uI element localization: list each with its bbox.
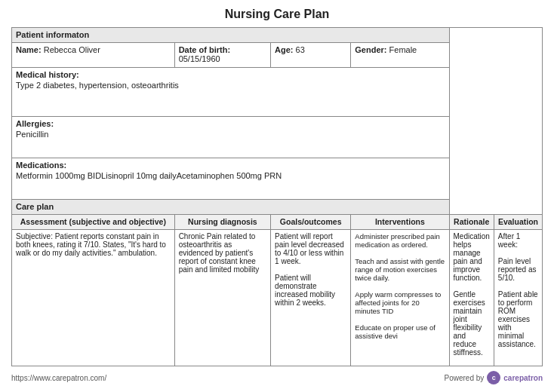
rationale-cell: Medication helps manage pain and improve… (449, 229, 494, 366)
allergies-cell: Allergies: Penicillin (12, 116, 450, 158)
nursing-diagnosis-cell: Chronic Pain related to osteoarthritis a… (174, 229, 270, 366)
patient-dob-value: 05/15/1960 (179, 54, 220, 63)
evaluation-cell: After 1 week: Pain level reported as 5/1… (494, 229, 542, 366)
patient-age-value: 63 (296, 45, 305, 54)
footer: https://www.carepatron.com/ Powered by c… (11, 371, 543, 384)
allergies-label: Allergies: (16, 119, 445, 128)
care-plan-header-row: Care plan (12, 199, 543, 214)
patient-name-cell: Name: Rebecca Oliver (12, 43, 175, 68)
assessment-cell: Subjective: Patient reports constant pai… (12, 229, 175, 366)
patient-dob-cell: Date of birth: 05/15/1960 (174, 43, 270, 68)
nursing-care-plan-table: Patient informaton Name: Rebecca Oliver … (11, 27, 543, 366)
col-header-nursing-diagnosis: Nursing diagnosis (174, 214, 270, 229)
care-plan-col-headers: Assessment (subjective and objective) Nu… (12, 214, 543, 229)
allergies-row: Allergies: Penicillin (12, 116, 543, 158)
goals-cell: Patient will report pain level decreased… (271, 229, 351, 366)
carepatron-icon: c (487, 371, 500, 384)
carepatron-logo: Powered by c carepatron (445, 371, 543, 384)
col-header-interventions: Interventions (351, 214, 449, 229)
care-plan-data-row: Subjective: Patient reports constant pai… (12, 229, 543, 366)
medical-history-label: Medical history: (16, 70, 445, 79)
age-label: Age: (275, 45, 293, 54)
carepatron-brand: carepatron (503, 374, 543, 382)
col-header-evaluation: Evaluation (494, 214, 542, 229)
patient-basic-info-row: Name: Rebecca Oliver Date of birth: 05/1… (12, 43, 543, 68)
patient-gender-value: Female (389, 45, 417, 54)
patient-info-header-row: Patient informaton (12, 28, 543, 43)
medical-history-value: Type 2 diabetes, hypertension, osteoarth… (16, 81, 445, 90)
medications-row: Medications: Metformin 1000mg BIDLisinop… (12, 158, 543, 199)
page-title: Nursing Care Plan (11, 8, 543, 21)
medications-value: Metformin 1000mg BIDLisinopril 10mg dail… (16, 171, 445, 180)
col-header-rationale: Rationale (449, 214, 494, 229)
page: Nursing Care Plan Patient informaton Nam… (0, 0, 554, 392)
medications-cell: Medications: Metformin 1000mg BIDLisinop… (12, 158, 450, 199)
patient-name-value: Rebecca Oliver (44, 45, 100, 54)
gender-label: Gender: (355, 45, 386, 54)
allergies-value: Penicillin (16, 130, 445, 139)
patient-info-section-header: Patient informaton (12, 28, 450, 43)
interventions-cell: Administer prescribed pain medication as… (351, 229, 449, 366)
col-header-assessment: Assessment (subjective and objective) (12, 214, 175, 229)
footer-url[interactable]: https://www.carepatron.com/ (11, 374, 106, 382)
patient-gender-cell: Gender: Female (351, 43, 449, 68)
medical-history-cell: Medical history: Type 2 diabetes, hypert… (12, 67, 450, 116)
powered-by-text: Powered by (445, 374, 485, 382)
name-label: Name: (16, 45, 42, 54)
care-plan-section-header: Care plan (12, 199, 450, 214)
medications-label: Medications: (16, 161, 445, 170)
patient-age-cell: Age: 63 (271, 43, 351, 68)
col-header-goals: Goals/outcomes (271, 214, 351, 229)
medical-history-row: Medical history: Type 2 diabetes, hypert… (12, 67, 543, 116)
dob-label: Date of birth: (179, 45, 230, 54)
